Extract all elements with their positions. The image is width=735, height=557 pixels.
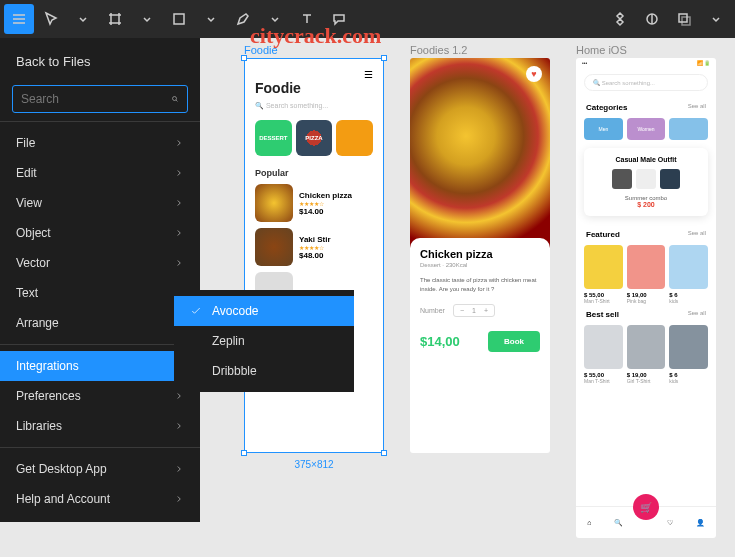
list-item: Yaki Stir ★★★★☆ $48.00 (255, 228, 373, 266)
qty-label: Number (420, 307, 445, 314)
outfit-card: Casual Male Outfit Summer combo $ 200 (584, 148, 708, 216)
product-card: $ 19,00Girl T-Shirt (627, 325, 666, 384)
back-to-files[interactable]: Back to Files (0, 46, 200, 77)
svg-rect-3 (682, 17, 690, 25)
selection-handle[interactable] (381, 55, 387, 61)
chevron-down-icon[interactable] (132, 4, 162, 34)
product-title: Chicken pizza (420, 248, 540, 260)
quantity-stepper: −1+ (453, 304, 495, 317)
dimension-label: 375×812 (294, 459, 333, 470)
cart-fab: 🛒 (633, 494, 659, 520)
chevron-down-icon[interactable] (701, 4, 731, 34)
frame-icon[interactable] (100, 4, 130, 34)
chevron-down-icon[interactable] (68, 4, 98, 34)
book-button: Book (488, 331, 540, 352)
menu-item-preferences[interactable]: Preferences (0, 381, 200, 411)
pointer-icon[interactable] (36, 4, 66, 34)
menu-item-integrations[interactable]: Integrations (0, 351, 200, 381)
selection-handle[interactable] (241, 450, 247, 456)
menu-item-get-desktop-app[interactable]: Get Desktop App (0, 454, 200, 484)
section-header: Popular (255, 168, 373, 178)
heart-icon: ♥ (526, 66, 542, 82)
product-card: $ 6kids (669, 245, 708, 304)
svg-rect-0 (174, 14, 184, 24)
artboard-foodies-detail[interactable]: ♥ Chicken pizza Dessert · 230Kcal The cl… (410, 58, 550, 453)
section-header: Featured (586, 230, 620, 239)
category-chip: PIZZA (296, 120, 333, 156)
submenu-item-zeplin[interactable]: Zeplin (174, 326, 354, 356)
category-chip: Men (584, 118, 623, 140)
submenu-item-avocode[interactable]: Avocode (174, 296, 354, 326)
section-header: Best sell (586, 310, 619, 319)
menu-search[interactable] (12, 85, 188, 113)
menu-item-edit[interactable]: Edit (0, 158, 200, 188)
category-chip (336, 120, 373, 156)
category-chip (669, 118, 708, 140)
integrations-submenu: AvocodeZeplinDribbble (174, 290, 354, 392)
search-placeholder: 🔍 Search something... (255, 102, 373, 110)
product-description: The classic taste of pizza with chicken … (420, 276, 540, 294)
rect-icon[interactable] (164, 4, 194, 34)
components-icon[interactable] (605, 4, 635, 34)
product-card: $ 19,00Pink bag (627, 245, 666, 304)
menu-item-vector[interactable]: Vector (0, 248, 200, 278)
contrast-icon[interactable] (637, 4, 667, 34)
hero-image: ♥ (410, 58, 550, 253)
menu-item-help-and-account[interactable]: Help and Account (0, 484, 200, 514)
search-placeholder: 🔍 Search something... (584, 74, 708, 91)
category-chip: DESSERT (255, 120, 292, 156)
main-menu: Back to Files FileEditViewObjectVectorTe… (0, 38, 200, 522)
list-item: Chicken pizza ★★★★☆ $14.00 (255, 184, 373, 222)
submenu-item-dribbble[interactable]: Dribbble (174, 356, 354, 386)
chevron-down-icon[interactable] (196, 4, 226, 34)
svg-point-4 (173, 97, 177, 101)
product-card: $ 55,00Man T-Shirt (584, 325, 623, 384)
price: $14,00 (420, 334, 460, 349)
artboard-label[interactable]: Foodies 1.2 (410, 44, 467, 56)
artboard-label[interactable]: Home iOS (576, 44, 627, 56)
app-title: Foodie (255, 80, 373, 96)
category-chip: Women (627, 118, 666, 140)
menu-item-view[interactable]: View (0, 188, 200, 218)
product-card: $ 6kids (669, 325, 708, 384)
layers-icon[interactable] (669, 4, 699, 34)
watermark: citycrack.com (250, 23, 381, 49)
svg-rect-2 (679, 14, 687, 22)
menu-icon[interactable] (4, 4, 34, 34)
product-subtitle: Dessert · 230Kcal (420, 262, 540, 268)
menu-item-arrange[interactable]: Arrange (0, 308, 200, 338)
menu-item-object[interactable]: Object (0, 218, 200, 248)
selection-handle[interactable] (241, 55, 247, 61)
section-header: Categories (586, 103, 627, 112)
search-icon (171, 93, 179, 105)
search-input[interactable] (21, 92, 171, 106)
product-card: $ 55,00Man T-Shirt (584, 245, 623, 304)
menu-item-text[interactable]: Text (0, 278, 200, 308)
selection-handle[interactable] (381, 450, 387, 456)
artboard-home-ios[interactable]: •••📶 🔋 🔍 Search something... CategoriesS… (576, 58, 716, 538)
artboard-foodie[interactable]: 375×812 ☰ Foodie 🔍 Search something... D… (244, 58, 384, 453)
menu-item-libraries[interactable]: Libraries (0, 411, 200, 441)
menu-item-file[interactable]: File (0, 128, 200, 158)
